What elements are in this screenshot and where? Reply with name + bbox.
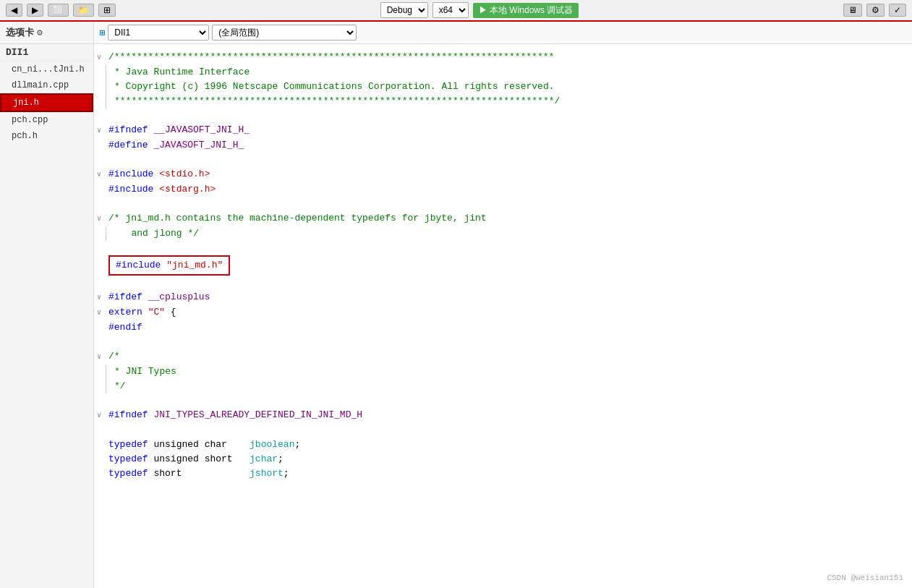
code-line-12: ∨ /* jni_md.h contains the machine-depen… (94, 211, 912, 226)
code-line-18: ∨ extern "C" { (94, 305, 912, 320)
code-line-4: ****************************************… (94, 94, 912, 108)
sidebar-header-label: 选项卡 (6, 26, 34, 39)
editor-toolbar: ⊞ DII1 (全局范围) (94, 22, 912, 44)
code-line-14 (94, 241, 912, 255)
sidebar-item-cn-ni-tJni-h[interactable]: cn_ni...tJni.h (0, 61, 93, 77)
monitor-btn[interactable]: 🖥 (843, 4, 862, 17)
fold-arrow-9[interactable]: ∨ (94, 168, 104, 182)
window-btn[interactable]: ⬜ (48, 4, 69, 17)
code-line-23: */ (94, 379, 912, 393)
fold-arrow-25[interactable]: ∨ (94, 409, 104, 423)
code-line-19: #endif (94, 320, 912, 335)
code-editor[interactable]: ∨ /*************************************… (94, 44, 912, 588)
gear-icon[interactable]: ⚙ (37, 27, 43, 38)
code-line-11 (94, 197, 912, 211)
code-line-28: typedef unsigned short jchar; (94, 452, 912, 466)
sidebar-item-pch-cpp[interactable]: pch.cpp (0, 112, 93, 128)
sidebar-project-label: DII1 (0, 44, 93, 61)
grid-btn[interactable]: ⊞ (98, 4, 116, 17)
code-line-7: #define _JAVASOFT_JNI_H_ (94, 138, 912, 153)
sidebar-header: 选项卡 ⚙ (0, 22, 93, 44)
code-line-8 (94, 153, 912, 167)
file-selector[interactable]: DII1 (108, 25, 209, 41)
code-line-13: and jlong */ (94, 226, 912, 241)
watermark: CSDN @weisian151 (827, 574, 903, 582)
sidebar: 选项卡 ⚙ DII1 cn_ni...tJni.h dllmain.cpp jn… (0, 22, 94, 588)
code-line-25: ∨ #ifndef JNI_TYPES_ALREADY_DEFINED_IN_J… (94, 408, 912, 423)
sidebar-item-pch-h[interactable]: pch.h (0, 128, 93, 144)
fold-arrow-17[interactable]: ∨ (94, 291, 104, 305)
fold-arrow-1[interactable]: ∨ (94, 51, 104, 65)
vertical-line-23 (106, 379, 108, 393)
code-line-20 (94, 335, 912, 349)
platform-select[interactable]: x64 (432, 2, 469, 18)
sidebar-item-jni-h[interactable]: jni.h (0, 93, 93, 112)
folder-btn[interactable]: 📁 (73, 4, 94, 17)
vertical-line-4 (106, 94, 108, 108)
file-icon: ⊞ (100, 27, 105, 38)
checkmark-btn[interactable]: ✓ (889, 4, 906, 17)
main-area: 选项卡 ⚙ DII1 cn_ni...tJni.h dllmain.cpp jn… (0, 22, 912, 588)
code-line-9: ∨ #include <stdio.h> (94, 167, 912, 182)
code-line-24 (94, 393, 912, 408)
code-line-17: ∨ #ifdef __cplusplus (94, 290, 912, 305)
code-line-16 (94, 276, 912, 290)
code-line-21: ∨ /* (94, 349, 912, 365)
debug-select[interactable]: Debug (380, 2, 428, 18)
scope-selector[interactable]: (全局范围) (212, 25, 357, 41)
vertical-line-13 (106, 226, 108, 241)
code-line-22: * JNI Types (94, 365, 912, 379)
code-line-15: #include "jni_md.h" (94, 255, 912, 276)
code-line-29: typedef short jshort; (94, 466, 912, 481)
back-btn[interactable]: ◀ (6, 4, 22, 17)
code-line-5 (94, 108, 912, 123)
vertical-line-22 (106, 365, 108, 379)
fold-arrow-6[interactable]: ∨ (94, 124, 104, 138)
sidebar-item-dllmain-cpp[interactable]: dllmain.cpp (0, 77, 93, 93)
code-line-1: ∨ /*************************************… (94, 50, 912, 65)
code-line-26 (94, 423, 912, 438)
code-line-3: * Copyright (c) 1996 Netscape Communicat… (94, 80, 912, 94)
fold-arrow-21[interactable]: ∨ (94, 350, 104, 365)
vertical-line-3 (106, 80, 108, 94)
forward-btn[interactable]: ▶ (27, 4, 43, 17)
code-line-27: typedef unsigned char jboolean; (94, 438, 912, 452)
run-btn[interactable]: ▶ 本地 Windows 调试器 (473, 3, 579, 18)
settings-btn[interactable]: ⚙ (866, 4, 885, 17)
code-line-6: ∨ #ifndef __JAVASOFT_JNI_H_ (94, 123, 912, 138)
code-line-10: #include <stdarg.h> (94, 182, 912, 197)
fold-arrow-12[interactable]: ∨ (94, 212, 104, 226)
code-line-2: * Java Runtime Interface (94, 65, 912, 80)
main-toolbar: ◀ ▶ ⬜ 📁 ⊞ Debug x64 ▶ 本地 Windows 调试器 🖥 ⚙… (0, 0, 912, 22)
editor-area: ⊞ DII1 (全局范围) ∨ /***********************… (94, 22, 912, 588)
fold-arrow-18[interactable]: ∨ (94, 306, 104, 320)
vertical-line-2 (106, 65, 108, 80)
